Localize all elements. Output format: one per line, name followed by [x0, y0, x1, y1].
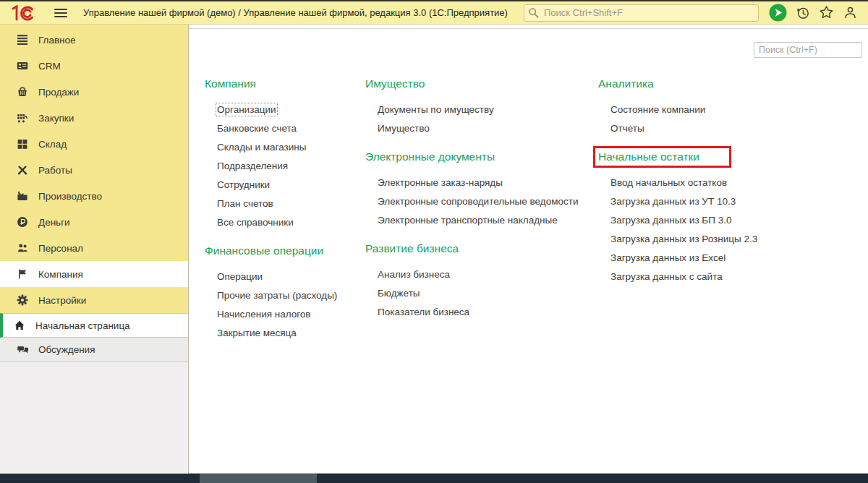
ruble-coin-icon [16, 216, 29, 228]
section-title-financial-operations[interactable]: Финансовые операции [205, 244, 362, 258]
sidebar-item-label: Продажи [38, 87, 79, 98]
sidebar-item-label: Персонал [38, 243, 83, 254]
content-link[interactable]: Загрузка данных из Excel [598, 249, 822, 268]
warehouse-boxes-icon [16, 138, 29, 150]
scrollbar-thumb[interactable] [200, 474, 317, 483]
content-column-1: Компания Организации Банковские счета Ск… [205, 77, 362, 354]
content-link[interactable]: Электронные транспортные накладные [365, 211, 597, 230]
content-link[interactable]: Загрузка данных из Розницы 2.3 [598, 230, 822, 249]
sidebar-item-sales[interactable]: Продажи [0, 79, 188, 105]
sidebar-item-label: Настройки [38, 295, 86, 306]
sidebar-item-settings[interactable]: Настройки [0, 287, 188, 313]
bottom-scrollbar[interactable] [0, 474, 868, 483]
sidebar-item-discussions[interactable]: Обсуждения [0, 338, 188, 362]
content-link[interactable]: План счетов [205, 195, 362, 213]
section-panel-company: Компания Организации Банковские счета Ск… [189, 25, 868, 474]
sidebar-item-label: Компания [38, 269, 83, 280]
content-link[interactable]: Электронные сопроводительные ведомости [365, 192, 597, 211]
sidebar-item-money[interactable]: Деньги [0, 209, 188, 235]
home-icon [13, 320, 26, 332]
sidebar-item-purchases[interactable]: Закупки [0, 105, 188, 131]
main-menu-burger-icon[interactable] [54, 9, 67, 17]
window-title: Управление нашей фирмой (демо) / Управле… [83, 7, 508, 18]
section-financial-operations: Финансовые операции Операции Прочие затр… [205, 244, 362, 343]
cart-icon [16, 112, 29, 124]
section-title-business-development[interactable]: Развитие бизнеса [365, 241, 597, 256]
red-highlight-annotation: Начальные остатки [598, 150, 699, 164]
section-title-electronic-documents[interactable]: Электронные документы [365, 150, 597, 164]
tools-icon [16, 164, 29, 176]
content-link[interactable]: Бюджеты [365, 284, 597, 303]
content-link[interactable]: Закрытие месяца [205, 324, 362, 343]
content-link[interactable]: Склады и магазины [205, 138, 362, 157]
people-icon [16, 242, 29, 255]
sidebar-item-works[interactable]: Работы [0, 157, 188, 183]
content-link[interactable]: Отчеты [598, 119, 822, 138]
main-sections-icon [16, 34, 29, 46]
basket-icon [16, 86, 29, 98]
content-link[interactable]: Ввод начальных остатков [598, 174, 822, 192]
content-column-3: Аналитика Состояние компании Отчеты Нача… [598, 77, 822, 298]
sidebar-item-main[interactable]: Главное [0, 27, 188, 53]
user-account-icon[interactable] [843, 5, 858, 20]
1c-logo-icon [9, 4, 35, 22]
content-link[interactable]: Имущество [365, 119, 597, 138]
content-link[interactable]: Все справочники [205, 213, 362, 232]
sidebar-item-label: CRM [38, 61, 61, 72]
content-link[interactable]: Операции [205, 268, 362, 286]
section-opening-balances: Начальные остатки Ввод начальных остатко… [598, 150, 822, 286]
content-link[interactable]: Загрузка данных из БП 3.0 [598, 211, 822, 230]
sidebar-item-company[interactable]: Компания [0, 261, 188, 287]
sidebar-item-label: Начальная страница [35, 320, 130, 331]
section-company: Компания Организации Банковские счета Ск… [205, 77, 362, 232]
app-window: Управление нашей фирмой (демо) / Управле… [0, 0, 868, 483]
top-bar: Управление нашей фирмой (демо) / Управле… [0, 0, 868, 25]
sidebar-item-label: Главное [38, 35, 76, 46]
content-link[interactable]: Документы по имуществу [365, 101, 597, 119]
content-search [754, 42, 862, 58]
section-title-analytics[interactable]: Аналитика [598, 77, 822, 91]
content-link[interactable]: Загрузка данных с сайта [598, 268, 822, 286]
content-link[interactable]: Начисления налогов [205, 305, 362, 324]
flag-icon [16, 268, 29, 281]
factory-icon [16, 190, 29, 202]
content-link[interactable]: Подразделения [205, 157, 362, 176]
content-column-2: Имущество Документы по имуществу Имущест… [365, 77, 597, 333]
gear-icon [16, 294, 29, 307]
content-link[interactable]: Загрузка данных из УТ 10.3 [598, 192, 822, 211]
sidebar-sections: Главное CRM [0, 25, 188, 313]
global-search-input[interactable] [524, 4, 759, 22]
content-link[interactable]: Анализ бизнеса [365, 265, 597, 284]
content-search-input[interactable] [754, 42, 862, 58]
section-electronic-documents: Электронные документы Электронные заказ-… [365, 150, 597, 230]
service-menu-button[interactable] [769, 4, 787, 22]
content-link[interactable]: Электронные заказ-наряды [365, 174, 597, 192]
sidebar-item-home[interactable]: Начальная страница [0, 313, 188, 338]
favorites-star-icon[interactable] [819, 5, 834, 20]
sidebar-item-production[interactable]: Производство [0, 183, 188, 209]
history-icon[interactable] [796, 6, 810, 20]
sidebar-item-label: Производство [38, 191, 102, 202]
sidebar-item-label: Работы [38, 165, 72, 176]
section-analytics: Аналитика Состояние компании Отчеты [598, 77, 822, 138]
content-link[interactable]: Показатели бизнеса [365, 303, 597, 322]
sidebar-item-crm[interactable]: CRM [0, 53, 188, 79]
global-search [524, 4, 759, 22]
crm-card-icon [16, 60, 29, 72]
content-link[interactable]: Сотрудники [205, 176, 362, 195]
section-title-property[interactable]: Имущество [365, 77, 597, 91]
sidebar-empty-area [0, 362, 188, 474]
content-link[interactable]: Банковские счета [205, 119, 362, 138]
sidebar-item-personnel[interactable]: Персонал [0, 235, 188, 261]
section-title-company[interactable]: Компания [205, 77, 362, 91]
sidebar: Главное CRM [0, 25, 189, 474]
sidebar-item-warehouse[interactable]: Склад [0, 131, 188, 157]
section-business-development: Развитие бизнеса Анализ бизнеса Бюджеты … [365, 241, 597, 322]
content-link-organizations[interactable]: Организации [205, 101, 362, 119]
content-link[interactable]: Состояние компании [598, 101, 822, 119]
search-icon [528, 7, 540, 22]
sidebar-item-label: Склад [38, 139, 67, 150]
sidebar-item-label: Закупки [38, 113, 74, 124]
section-title-opening-balances[interactable]: Начальные остатки [598, 150, 822, 164]
content-link[interactable]: Прочие затраты (расходы) [205, 286, 362, 305]
